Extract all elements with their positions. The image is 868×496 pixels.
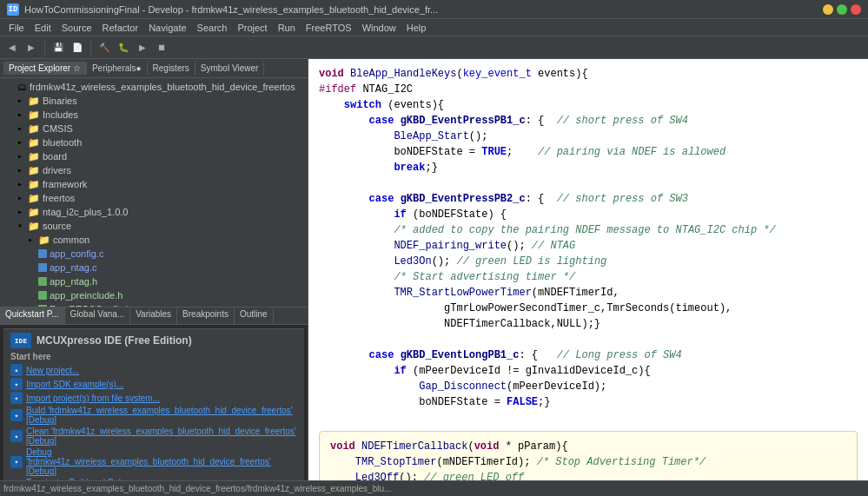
bottom-content: IDE MCUXpresso IDE (Free Edition) Start …	[0, 325, 308, 480]
menu-bar: FileEditSourceRefactorNavigateSearchProj…	[0, 19, 868, 36]
tree-item[interactable]: app_ntag.h	[0, 274, 308, 288]
toolbar-stop[interactable]: ⏹	[153, 39, 170, 56]
tree-item[interactable]: ▸📁drivers	[0, 163, 308, 177]
bottom-tab-2[interactable]: Variables	[130, 308, 177, 324]
folder-icon: 📁	[38, 235, 50, 246]
tree-label: frdmkw41z_wireless_examples_bluetooth_hi…	[30, 82, 295, 92]
folder-icon: ▸	[14, 109, 26, 121]
tree-item[interactable]: app_config.c	[0, 247, 308, 261]
tree-item[interactable]: 🗂frdmkw41z_wireless_examples_bluetooth_h…	[0, 80, 308, 94]
folder-icon: 📁	[28, 221, 40, 232]
toolbar-run[interactable]: ▶	[134, 39, 151, 56]
tree-item[interactable]: app_preinclude.h	[0, 288, 308, 302]
menu-item-search[interactable]: Search	[192, 21, 233, 35]
quick-link[interactable]: ✦Import project(s) from file system...	[10, 391, 297, 405]
code-line: Gap_Disconnect(mPeerDeviceId);	[319, 379, 858, 394]
code-line: if (boNDEFState) {	[319, 207, 858, 222]
menu-item-help[interactable]: Help	[401, 21, 432, 35]
title-bar: ID HowToCommissioningFinal - Develop - f…	[0, 0, 868, 19]
tree-item[interactable]: ▸📁Binaries	[0, 94, 308, 108]
toolbar-save[interactable]: 💾	[50, 39, 67, 56]
tab-peripherals[interactable]: Peripherals●	[87, 62, 148, 75]
tree-item[interactable]: ▸📁CMSIS	[0, 122, 308, 136]
minimize-button[interactable]	[823, 4, 833, 15]
quick-link[interactable]: ✦New project...	[10, 363, 297, 377]
quick-link-icon: ✦	[10, 392, 23, 404]
tree-item[interactable]: ▸📁bluetooth	[0, 136, 308, 149]
folder-icon: ▸	[24, 234, 36, 246]
tree-item[interactable]: ▸📁ntag_i2c_plus_1.0.0	[0, 205, 308, 219]
window-controls[interactable]	[823, 4, 861, 15]
menu-item-freertos[interactable]: FreeRTOS	[301, 21, 357, 35]
bottom-left-tabs: Quickstart P...Global Vana...VariablesBr…	[0, 308, 308, 325]
code-line: TMR_StartLowPowerTimer(mNDEFTimerId,	[319, 285, 858, 301]
toolbar-build[interactable]: 🔨	[96, 39, 113, 56]
tree-label: common	[53, 235, 89, 245]
tree-item[interactable]: ▸📁board	[0, 149, 308, 163]
tree-item[interactable]: app_ntag.c	[0, 261, 308, 274]
tree-label: ntag_i2c_plus_1.0.0	[43, 207, 128, 217]
close-button[interactable]	[851, 4, 861, 15]
tree-label: source	[43, 221, 71, 231]
maximize-button[interactable]	[837, 4, 847, 15]
code-line: if (mPeerDeviceId != gInvalidDeviceId_c)…	[319, 363, 858, 379]
callout-line: Led3Off(); // green LED off	[330, 470, 846, 480]
tree-item[interactable]: ▸📁Includes	[0, 108, 308, 122]
mcu-header: IDE MCUXpresso IDE (Free Edition)	[10, 333, 297, 348]
folder-icon: ▸	[14, 164, 26, 176]
tree-label: app_ntag.h	[50, 276, 97, 287]
menu-item-window[interactable]: Window	[357, 21, 401, 35]
callout-line: void NDEFTimerCallback(void * pParam){	[330, 439, 846, 454]
bottom-left-panel: Quickstart P...Global Vana...VariablesBr…	[0, 307, 308, 480]
folder-icon: 📁	[28, 109, 40, 121]
toolbar-back[interactable]: ◀	[3, 39, 21, 56]
quick-link-text: Debug 'frdmkw41z_wireless_examples_bluet…	[26, 447, 297, 476]
file_c-icon	[24, 261, 36, 274]
code-line: case gKBD_EventLongPB1_c: { // Long pres…	[319, 347, 858, 363]
toolbar-debug[interactable]: 🐛	[115, 39, 132, 56]
bottom-tab-0[interactable]: Quickstart P...	[0, 308, 65, 324]
tree-item[interactable]: ▸📁common	[0, 233, 308, 247]
tree-item[interactable]: ▸📁framework	[0, 177, 308, 191]
right-panel: void BleApp_HandleKeys(key_event_t event…	[308, 59, 868, 480]
left-tabs: Project Explorer ☆ Peripherals● Register…	[0, 59, 308, 78]
code-area[interactable]: void BleApp_HandleKeys(key_event_t event…	[308, 59, 868, 480]
tab-project-explorer[interactable]: Project Explorer ☆	[3, 62, 87, 75]
tab-registers[interactable]: Registers	[148, 62, 195, 75]
bottom-tab-4[interactable]: Outline	[235, 308, 274, 324]
folder-icon: 📁	[28, 151, 40, 162]
code-line: /* added to copy the pairing NDEF messag…	[319, 222, 858, 238]
tab-symbol-viewer[interactable]: Symbol Viewer	[195, 62, 265, 75]
tree-item[interactable]: ▸📁freertos	[0, 191, 308, 205]
code-line: NDEF_pairing_write(); // NTAG	[319, 238, 858, 254]
tree-label: freertos	[43, 193, 75, 203]
menu-item-edit[interactable]: Edit	[30, 21, 56, 35]
folder-icon: 📁	[28, 179, 40, 190]
bottom-tab-3[interactable]: Breakpoints	[177, 308, 235, 324]
quick-link[interactable]: ✦Import SDK example(s)...	[10, 377, 297, 391]
menu-item-navigate[interactable]: Navigate	[143, 21, 191, 35]
bottom-tab-1[interactable]: Global Vana...	[65, 308, 131, 324]
menu-item-file[interactable]: File	[3, 21, 30, 35]
toolbar-forward[interactable]: ▶	[23, 39, 40, 56]
folder-icon: ▸	[14, 136, 26, 149]
mcu-title: MCUXpresso IDE (Free Edition)	[36, 334, 192, 347]
quick-link[interactable]: ✦Debug 'frdmkw41z_wireless_examples_blue…	[10, 446, 297, 477]
code-line: NDEFTimerCallback,NULL);}	[319, 316, 858, 332]
quick-link[interactable]: ✦Clean 'frdmkw41z_wireless_examples_blue…	[10, 426, 297, 446]
start-here-label: Start here	[10, 352, 297, 361]
code-line: BleApp_Start();	[319, 129, 858, 144]
menu-item-refactor[interactable]: Refactor	[97, 21, 144, 35]
folder-icon: ▸	[14, 192, 26, 204]
status-bar: frdmkw41z_wireless_examples_bluetooth_hi…	[0, 480, 868, 496]
tree-item[interactable]: ▾📁source	[0, 219, 308, 233]
quick-link-text: Import SDK example(s)...	[26, 380, 123, 389]
menu-item-source[interactable]: Source	[56, 21, 97, 35]
quick-link[interactable]: ✦Build 'frdmkw41z_wireless_examples_blue…	[10, 405, 297, 426]
toolbar-new[interactable]: 📄	[69, 39, 86, 56]
code-line: boNDEFState = FALSE;}	[319, 394, 858, 410]
project-tree: 🗂frdmkw41z_wireless_examples_bluetooth_h…	[0, 78, 308, 307]
menu-item-run[interactable]: Run	[273, 21, 301, 35]
menu-item-project[interactable]: Project	[232, 21, 272, 35]
quick-link-icon: ✦	[10, 409, 23, 421]
